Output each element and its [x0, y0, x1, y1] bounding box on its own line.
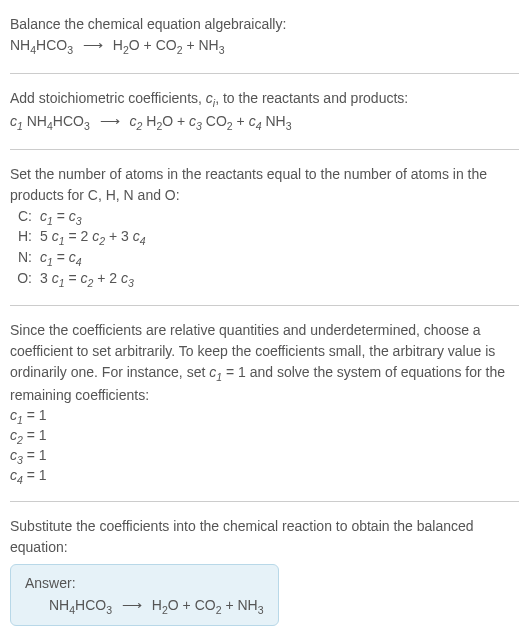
arrow-icon: ⟶	[122, 597, 142, 613]
atom-label: O:	[10, 270, 40, 289]
divider	[10, 149, 519, 150]
coef-line: c3 = 1	[10, 447, 519, 466]
balanced-equation: NH4HCO3 ⟶ H2O + CO2 + NH3	[25, 597, 264, 616]
section-stoich: Add stoichiometric coefficients, ci, to …	[10, 82, 519, 141]
equation-unbalanced: NH4HCO3 ⟶ H2O + CO2 + NH3	[10, 35, 519, 59]
product-co2: CO2	[195, 597, 222, 613]
arrow-icon: ⟶	[83, 35, 103, 56]
divider	[10, 501, 519, 502]
atoms-table: C: c1 = c3 H: 5 c1 = 2 c2 + 3 c4 N: c1 =…	[10, 208, 519, 289]
ci-var: ci	[206, 90, 215, 106]
atom-equation: c1 = c3	[40, 208, 519, 227]
atom-equation: c1 = c4	[40, 249, 519, 268]
section-balance-title: Balance the chemical equation algebraica…	[10, 8, 519, 65]
atom-equation: 3 c1 = c2 + 2 c3	[40, 270, 519, 289]
product-nh3: NH3	[198, 37, 224, 53]
title-text: Balance the chemical equation algebraica…	[10, 14, 519, 35]
arrow-icon: ⟶	[100, 111, 120, 132]
atom-equation: 5 c1 = 2 c2 + 3 c4	[40, 228, 519, 247]
atom-label: H:	[10, 228, 40, 247]
product-h2o: H2O	[152, 597, 179, 613]
table-row: C: c1 = c3	[10, 208, 519, 227]
coef-line: c2 = 1	[10, 427, 519, 446]
equation-with-coefs: c1 NH4HCO3 ⟶ c2 H2O + c3 CO2 + c4 NH3	[10, 111, 519, 135]
reactant: NH4HCO3	[49, 597, 112, 613]
answer-title: Substitute the coefficients into the che…	[10, 516, 519, 558]
table-row: O: 3 c1 = c2 + 2 c3	[10, 270, 519, 289]
answer-box: Answer: NH4HCO3 ⟶ H2O + CO2 + NH3	[10, 564, 279, 627]
coef-line: c1 = 1	[10, 407, 519, 426]
coef-line: c4 = 1	[10, 467, 519, 486]
divider	[10, 305, 519, 306]
atoms-title: Set the number of atoms in the reactants…	[10, 164, 519, 206]
section-atoms: Set the number of atoms in the reactants…	[10, 158, 519, 297]
atom-label: C:	[10, 208, 40, 227]
reactant: NH4HCO3	[10, 37, 73, 53]
divider	[10, 73, 519, 74]
table-row: H: 5 c1 = 2 c2 + 3 c4	[10, 228, 519, 247]
table-row: N: c1 = c4	[10, 249, 519, 268]
product-nh3: NH3	[237, 597, 263, 613]
product-h2o: H2O	[113, 37, 140, 53]
answer-label: Answer:	[25, 575, 264, 591]
section-solve: Since the coefficients are relative quan…	[10, 314, 519, 493]
stoich-title: Add stoichiometric coefficients, ci, to …	[10, 88, 519, 112]
solve-text: Since the coefficients are relative quan…	[10, 320, 519, 407]
coef-list: c1 = 1 c2 = 1 c3 = 1 c4 = 1	[10, 407, 519, 485]
product-co2: CO2	[156, 37, 183, 53]
atom-label: N:	[10, 249, 40, 268]
section-answer: Substitute the coefficients into the che…	[10, 510, 519, 627]
